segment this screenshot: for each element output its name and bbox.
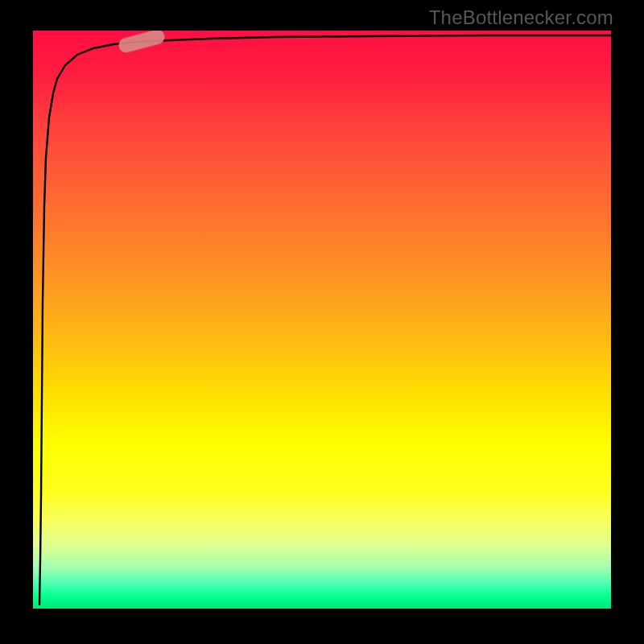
attribution-text: TheBottlenecker.com <box>429 6 613 29</box>
curve-layer <box>33 31 611 609</box>
svg-rect-0 <box>118 31 167 54</box>
bottleneck-curve <box>39 35 611 605</box>
plot-area <box>33 31 611 609</box>
curve-marker <box>118 31 167 54</box>
chart-stage: TheBottlenecker.com <box>0 0 644 644</box>
